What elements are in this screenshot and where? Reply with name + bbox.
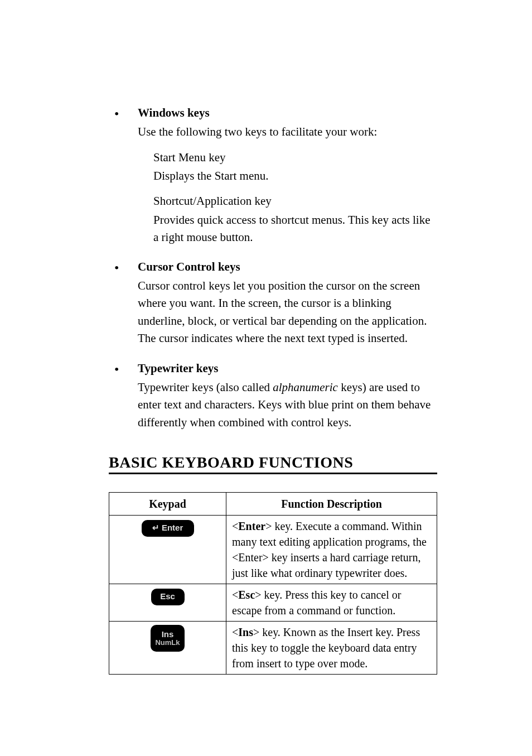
- sub-body-shortcut-key: Provides quick access to shortcut menus.…: [153, 211, 437, 246]
- key-name-bold: Enter: [238, 520, 265, 532]
- table-row: Esc <Esc> key. Press this key to cancel …: [109, 584, 437, 622]
- key-name-bold: Ins: [238, 626, 253, 638]
- heading-cursor-keys: Cursor Control keys: [138, 260, 437, 274]
- table-row: ↵ Enter <Enter> key. Execute a command. …: [109, 516, 437, 584]
- typewriter-italic-text: alphanumeric: [273, 381, 338, 394]
- sub-body-start-menu: Displays the Start menu.: [153, 167, 437, 185]
- description-text: > key. Known as the Insert key. Press th…: [232, 626, 420, 670]
- keypad-cell: Ins NumLk: [109, 622, 226, 675]
- keycap-label: Esc: [160, 592, 175, 601]
- list-item-typewriter-keys: Typewriter keys Typewriter keys (also ca…: [109, 362, 437, 432]
- key-name-bold: Esc: [238, 589, 255, 601]
- keyboard-functions-table: Keypad Function Description ↵ Enter <Ent…: [109, 492, 437, 675]
- heading-typewriter-keys: Typewriter keys: [138, 362, 437, 375]
- sub-heading-shortcut-key: Shortcut/Application key: [153, 192, 437, 210]
- keycap-label-line1: Ins: [162, 630, 174, 639]
- keypad-cell: ↵ Enter: [109, 516, 226, 584]
- body-cursor-keys: Cursor control keys let you position the…: [138, 277, 437, 348]
- table-header-row: Keypad Function Description: [109, 493, 437, 516]
- header-keypad: Keypad: [109, 493, 226, 516]
- keycap-label-line2: NumLk: [155, 639, 180, 647]
- body-typewriter-keys: Typewriter keys (also called alphanumeri…: [138, 379, 437, 432]
- typewriter-pre-text: Typewriter keys (also called: [138, 381, 273, 394]
- enter-key-icon: ↵ Enter: [142, 520, 194, 537]
- table-row: Ins NumLk <Ins> key. Known as the Insert…: [109, 622, 437, 675]
- ins-key-icon: Ins NumLk: [151, 625, 184, 652]
- description-text: > key. Press this key to cancel or escap…: [232, 589, 401, 617]
- header-function: Function Description: [226, 493, 437, 516]
- list-item-cursor-keys: Cursor Control keys Cursor control keys …: [109, 260, 437, 348]
- description-cell: <Esc> key. Press this key to cancel or e…: [226, 584, 437, 622]
- description-cell: <Ins> key. Known as the Insert key. Pres…: [226, 622, 437, 675]
- section-title: BASIC KEYBOARD FUNCTIONS: [109, 454, 437, 474]
- esc-key-icon: Esc: [151, 589, 185, 605]
- list-item-windows-keys: Windows keys Use the following two keys …: [109, 106, 437, 246]
- sub-heading-start-menu: Start Menu key: [153, 149, 437, 166]
- key-category-list: Windows keys Use the following two keys …: [109, 106, 437, 431]
- heading-windows-keys: Windows keys: [138, 106, 437, 120]
- description-cell: <Enter> key. Execute a command. Within m…: [226, 516, 437, 584]
- intro-windows-keys: Use the following two keys to facilitate…: [138, 123, 437, 141]
- keycap-label: ↵ Enter: [152, 523, 183, 533]
- keypad-cell: Esc: [109, 584, 226, 622]
